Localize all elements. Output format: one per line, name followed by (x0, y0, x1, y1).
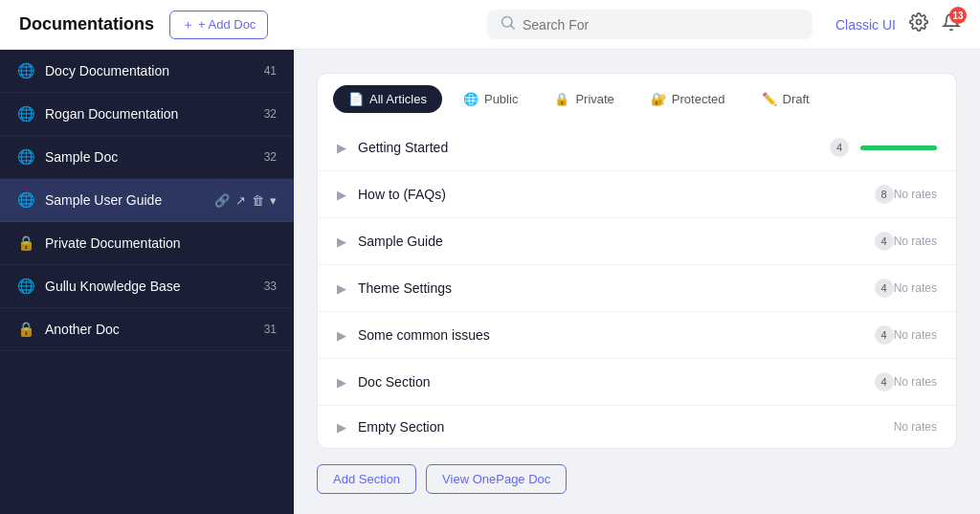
search-bar (487, 10, 813, 39)
article-row[interactable]: ▶Doc Section4No rates (318, 359, 956, 406)
chevron-right-icon: ▶ (337, 281, 346, 296)
private-tab-icon: 🔒 (554, 92, 569, 106)
add-section-button[interactable]: Add Section (317, 464, 416, 494)
article-count-badge: 4 (875, 325, 894, 345)
add-doc-button[interactable]: ＋ + Add Doc (169, 11, 268, 39)
settings-button[interactable] (909, 12, 928, 36)
view-onepage-button[interactable]: View OnePage Doc (426, 464, 567, 494)
article-rating: No rates (894, 235, 937, 248)
chevron-right-icon: ▶ (337, 375, 346, 390)
search-input[interactable] (523, 17, 799, 33)
article-count-badge: 4 (875, 372, 894, 391)
sidebar-item-count: 32 (264, 150, 277, 164)
header-right: Classic UI 13 (835, 12, 961, 36)
sidebar-item-label: Sample User Guide (45, 192, 207, 208)
sidebar-item-private-doc[interactable]: 🔒Private Documentation (0, 222, 294, 265)
lock-icon: 🔒 (17, 235, 35, 252)
lock-icon: 🔒 (17, 321, 35, 338)
globe-icon: 🌐 (17, 105, 35, 123)
link-icon[interactable]: 🔗 (214, 193, 230, 208)
article-count-badge: 8 (875, 185, 894, 204)
article-title: Theme Settings (358, 280, 867, 296)
tab-label: All Articles (369, 92, 427, 106)
sidebar-item-label: Docy Documentation (45, 63, 264, 78)
public-tab-icon: 🌐 (463, 92, 479, 106)
tab-all[interactable]: 📄All Articles (333, 85, 442, 113)
chevron-right-icon: ▶ (337, 420, 346, 435)
sidebar-item-count: 41 (264, 64, 277, 78)
tab-public[interactable]: 🌐Public (448, 85, 533, 113)
sidebar-item-label: Private Documentation (45, 235, 277, 251)
draft-tab-icon: ✏️ (762, 92, 777, 106)
header: Documentations ＋ + Add Doc Classic UI (0, 0, 980, 50)
sidebar-item-label: Gullu Knowledge Base (45, 279, 264, 294)
article-row[interactable]: ▶Getting Started4 (318, 124, 956, 171)
main-layout: 🌐Docy Documentation41🌐Rogan Documentatio… (0, 50, 980, 514)
chevron-right-icon: ▶ (337, 235, 346, 249)
sidebar-item-label: Sample Doc (45, 149, 264, 165)
tab-label: Private (575, 92, 613, 106)
article-title: How to (FAQs) (358, 187, 867, 202)
article-title: Getting Started (358, 140, 822, 155)
add-icon: ＋ (182, 16, 194, 34)
article-row[interactable]: ▶Some common issues4No rates (318, 312, 956, 359)
sidebar-item-rogan-doc[interactable]: 🌐Rogan Documentation32 (0, 93, 294, 136)
article-rating: No rates (894, 420, 937, 434)
chevron-right-icon: ▶ (337, 328, 346, 343)
protected-tab-icon: 🔐 (651, 92, 666, 106)
tab-draft[interactable]: ✏️Draft (746, 85, 825, 113)
footer-actions: Add Section View OnePage Doc (317, 464, 957, 494)
globe-icon: 🌐 (17, 278, 35, 295)
article-rating: No rates (894, 375, 937, 389)
tab-label: Public (484, 92, 518, 106)
article-count-badge: 4 (875, 232, 894, 251)
article-row[interactable]: ▶Theme Settings4No rates (318, 265, 956, 312)
sidebar: 🌐Docy Documentation41🌐Rogan Documentatio… (0, 50, 294, 514)
article-rating: No rates (894, 188, 937, 201)
filter-tabs: 📄All Articles🌐Public🔒Private🔐Protected✏️… (317, 73, 957, 124)
content-area: 📄All Articles🌐Public🔒Private🔐Protected✏️… (294, 50, 980, 514)
sidebar-item-label: Rogan Documentation (45, 106, 264, 122)
article-row[interactable]: ▶Sample Guide4No rates (318, 218, 956, 265)
chevron-right-icon: ▶ (337, 141, 346, 155)
sidebar-item-count: 32 (264, 107, 277, 121)
sidebar-item-sample-user-guide[interactable]: 🌐Sample User Guide🔗↗🗑▾ (0, 179, 294, 222)
article-rating: No rates (894, 281, 937, 295)
classic-ui-link[interactable]: Classic UI (835, 17, 896, 33)
sidebar-item-docy-doc[interactable]: 🌐Docy Documentation41 (0, 50, 294, 93)
article-title: Empty Section (358, 419, 894, 435)
article-title: Doc Section (358, 374, 867, 390)
tab-private[interactable]: 🔒Private (539, 85, 629, 113)
notification-badge: 13 (949, 7, 967, 24)
sidebar-item-label: Another Doc (45, 322, 264, 337)
article-row[interactable]: ▶Empty SectionNo rates (318, 406, 956, 448)
app-title: Documentations (19, 14, 154, 34)
svg-line-1 (511, 26, 514, 29)
chevron-down-icon: ▾ (270, 193, 277, 208)
search-icon (501, 15, 515, 34)
sidebar-item-count: 33 (264, 279, 277, 293)
article-count-badge: 4 (875, 279, 894, 298)
sidebar-item-gullu-kb[interactable]: 🌐Gullu Knowledge Base33 (0, 265, 294, 308)
sidebar-item-actions: 🔗↗🗑▾ (214, 193, 277, 208)
open-icon[interactable]: ↗ (235, 193, 246, 208)
rating-bar (860, 145, 937, 150)
sidebar-item-count: 31 (264, 323, 277, 336)
article-row[interactable]: ▶How to (FAQs)8No rates (318, 171, 956, 218)
globe-icon: 🌐 (17, 191, 35, 209)
article-title: Some common issues (358, 327, 867, 343)
globe-icon: 🌐 (17, 148, 35, 166)
sidebar-item-another-doc[interactable]: 🔒Another Doc31 (0, 308, 294, 351)
tab-label: Protected (672, 92, 725, 106)
article-count-badge: 4 (830, 138, 849, 157)
articles-list: ▶Getting Started4▶How to (FAQs)8No rates… (317, 124, 957, 449)
notifications-button[interactable]: 13 (942, 12, 961, 36)
article-title: Sample Guide (358, 234, 867, 249)
globe-icon: 🌐 (17, 62, 35, 79)
tab-protected[interactable]: 🔐Protected (635, 85, 741, 113)
article-rating: No rates (894, 328, 937, 342)
sidebar-item-sample-doc[interactable]: 🌐Sample Doc32 (0, 136, 294, 179)
all-tab-icon: 📄 (348, 92, 364, 106)
delete-icon[interactable]: 🗑 (252, 193, 264, 208)
chevron-right-icon: ▶ (337, 188, 346, 202)
